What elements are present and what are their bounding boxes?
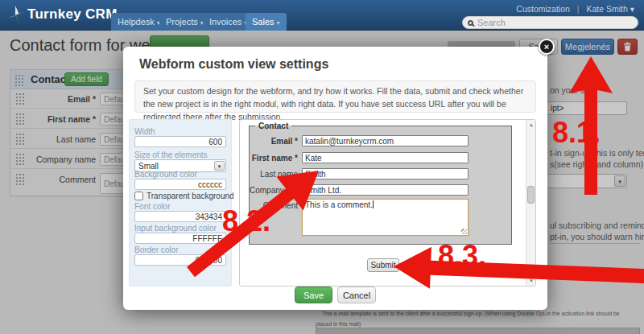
webform-settings-modal: Webform custom view settings × Set your … bbox=[123, 47, 547, 310]
background-color-input[interactable] bbox=[134, 179, 226, 190]
scrollbar-thumb[interactable] bbox=[527, 186, 535, 204]
preview-submit-button[interactable]: Submit bbox=[367, 258, 399, 272]
customization-link[interactable]: Customization bbox=[516, 4, 570, 14]
background-color-label: Background color bbox=[134, 170, 197, 179]
search-input[interactable] bbox=[477, 18, 622, 27]
transparent-background-option: Transparent background bbox=[134, 192, 234, 200]
preview-last-name-input[interactable] bbox=[302, 168, 469, 179]
modal-description: Set your custom design for the webform, … bbox=[134, 80, 536, 113]
font-color-label: Font color bbox=[134, 202, 170, 211]
scroll-down-icon[interactable]: ▼ bbox=[526, 276, 536, 286]
search-icon bbox=[468, 20, 473, 26]
webform-preview-pane: Contact Email * First name * Last name C… bbox=[239, 119, 536, 287]
scroll-up-icon[interactable]: ▲ bbox=[526, 120, 536, 130]
font-color-input[interactable] bbox=[134, 211, 226, 222]
preview-field-label: Company name bbox=[250, 186, 298, 195]
preview-comment-textarea[interactable]: This is a comment. bbox=[302, 199, 469, 236]
size-label: Size of the elements bbox=[134, 151, 208, 159]
input-background-color-input[interactable] bbox=[134, 233, 226, 244]
preview-field-label: Last name bbox=[250, 170, 298, 179]
screen: Contact form for web Save Megjelenés Con… bbox=[0, 0, 644, 334]
caret-down-icon: ▾ bbox=[630, 4, 634, 14]
preview-legend: Contact bbox=[255, 122, 291, 130]
width-input[interactable] bbox=[134, 136, 226, 147]
preview-field-label: Comment bbox=[250, 201, 298, 210]
preview-fieldset: Contact Email * First name * Last name C… bbox=[249, 122, 512, 245]
input-background-color-label: Input background color bbox=[134, 224, 217, 233]
border-color-label: Border color bbox=[134, 245, 178, 254]
transparent-background-checkbox[interactable] bbox=[134, 192, 143, 200]
preview-first-name-input[interactable] bbox=[302, 152, 469, 163]
brand-logo: Turnkey CRM bbox=[27, 6, 118, 23]
navbar: Turnkey CRM Helpdesk▾ Projects▾ Invoices… bbox=[0, 0, 644, 31]
save-button[interactable]: Save bbox=[295, 287, 332, 303]
text-cursor bbox=[373, 200, 374, 208]
user-menu[interactable]: Kate Smith ▾ bbox=[586, 4, 634, 14]
close-icon[interactable]: × bbox=[539, 39, 555, 55]
tab-sales[interactable]: Sales▾ bbox=[246, 13, 287, 31]
preview-email-input[interactable] bbox=[302, 135, 469, 146]
tab-helpdesk[interactable]: Helpdesk▾ bbox=[111, 13, 167, 31]
preview-scrollbar[interactable]: ▲ ▼ bbox=[526, 120, 535, 286]
preview-field-label: First name * bbox=[250, 154, 298, 163]
modal-footer: Save Cancel bbox=[123, 287, 547, 303]
cancel-button[interactable]: Cancel bbox=[337, 287, 376, 303]
preview-company-input[interactable] bbox=[302, 184, 469, 196]
modal-title: Webform custom view settings bbox=[139, 57, 328, 72]
border-color-input[interactable] bbox=[134, 254, 226, 266]
star-logo-icon bbox=[6, 6, 25, 25]
settings-panel: Width Size of the elements Small ▾ Backg… bbox=[129, 119, 232, 287]
resize-grip-icon[interactable] bbox=[461, 229, 467, 234]
caret-down-icon: ▾ bbox=[214, 161, 225, 171]
search-box bbox=[462, 16, 638, 29]
separator: | bbox=[577, 4, 580, 14]
width-label: Width bbox=[134, 127, 155, 136]
top-links: Customization | Kate Smith ▾ bbox=[516, 4, 634, 14]
preview-field-label: Email * bbox=[250, 137, 298, 146]
caret-down-icon: ▾ bbox=[277, 19, 280, 27]
